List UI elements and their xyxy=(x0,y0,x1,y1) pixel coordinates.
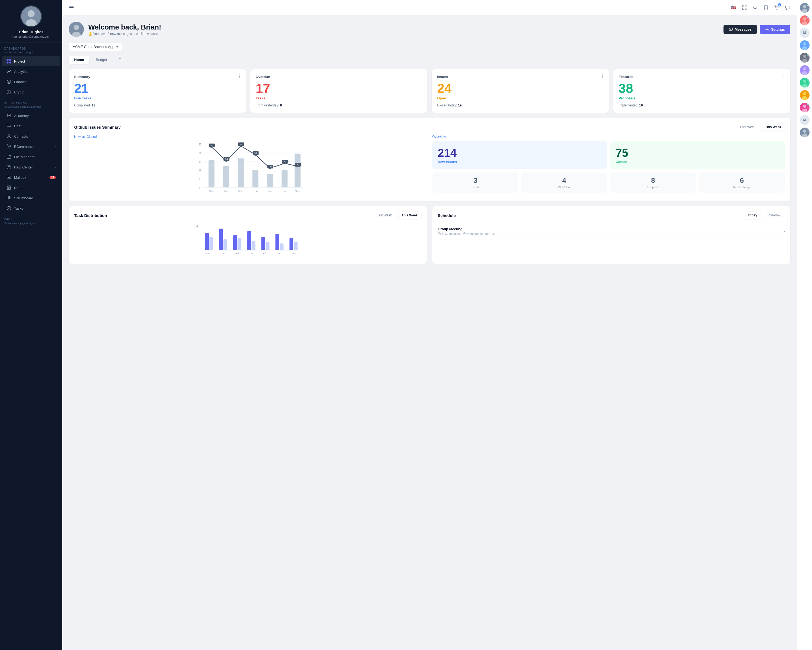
svg-point-121 xyxy=(803,80,806,83)
summary-card-title-1: Overdue xyxy=(256,75,422,79)
mailbox-icon xyxy=(6,175,11,180)
svg-point-104 xyxy=(464,233,465,234)
svg-point-12 xyxy=(8,148,9,148)
svg-rect-95 xyxy=(294,242,298,250)
svg-text:Fri: Fri xyxy=(269,190,272,193)
chat-icon xyxy=(6,124,11,128)
finance-icon xyxy=(6,80,11,84)
svg-text:18: 18 xyxy=(199,169,202,172)
svg-text:36: 36 xyxy=(199,151,202,154)
right-avatar-3[interactable] xyxy=(800,53,810,63)
tab-home[interactable]: Home xyxy=(69,55,89,64)
tab-budget[interactable]: Budget xyxy=(90,55,112,64)
summary-card-menu-3[interactable]: ⋮ xyxy=(782,74,786,79)
svg-point-106 xyxy=(803,5,806,8)
sidebar-item-crypto[interactable]: ₿ Crypto xyxy=(2,87,60,97)
task-dist-last-week-btn[interactable]: Last Week xyxy=(373,212,395,219)
github-triage-number: 6 xyxy=(703,176,781,185)
svg-point-130 xyxy=(803,130,806,133)
sidebar-filemanager-label: File Manager xyxy=(14,155,35,159)
summary-card-menu-1[interactable]: ⋮ xyxy=(419,74,423,79)
task-dist-svg: 40 xyxy=(74,223,421,258)
svg-point-13 xyxy=(10,148,11,148)
summary-card-overdue: Overdue ⋮ 17 Tasks From yesterday: 9 xyxy=(250,69,427,113)
github-overview-section: Overview 214 New Issues 75 Closed xyxy=(432,135,785,196)
summary-label-0: Due Tasks xyxy=(74,96,241,100)
sidebar-item-mailbox[interactable]: Mailbox 27 xyxy=(2,173,60,182)
summary-card-menu-0[interactable]: ⋮ xyxy=(237,74,242,79)
github-last-week-btn[interactable]: Last Week xyxy=(736,124,759,130)
github-fixed-number: 3 xyxy=(436,176,514,185)
svg-rect-86 xyxy=(233,236,237,250)
app-selector[interactable]: ACME Corp. Backend App ▾ xyxy=(69,42,122,51)
svg-point-22 xyxy=(754,6,756,9)
sidebar-item-contacts[interactable]: Contacts xyxy=(2,132,60,141)
svg-text:Thu: Thu xyxy=(253,190,258,193)
github-wontfix-label: Won't Fix xyxy=(525,185,603,189)
summary-card-issues: Issues ⋮ 24 Open Closed today: 19 xyxy=(432,69,609,113)
sidebar-item-notes[interactable]: Notes xyxy=(2,183,60,193)
sidebar-mailbox-label: Mailbox xyxy=(14,176,26,180)
svg-point-66 xyxy=(255,154,256,156)
sidebar-item-academy[interactable]: Academy xyxy=(2,111,60,121)
sidebar-ecommerce-label: ECommerce xyxy=(14,145,34,149)
online-dot-7 xyxy=(807,103,809,106)
search-icon[interactable] xyxy=(751,4,759,11)
github-new-issues-label: New Issues xyxy=(438,160,457,164)
sidebar-item-scrumboard[interactable]: Scrumboard xyxy=(2,193,60,203)
github-closed-label: Closed xyxy=(616,160,627,164)
svg-rect-92 xyxy=(276,234,279,250)
schedule-chevron-icon[interactable]: › xyxy=(784,229,785,234)
topbar-chat-icon[interactable] xyxy=(784,4,791,11)
ecommerce-icon xyxy=(6,144,11,149)
online-dot-3 xyxy=(807,53,809,55)
summary-card-menu-2[interactable]: ⋮ xyxy=(600,74,605,79)
messages-button[interactable]: Messages xyxy=(723,24,757,34)
bookmark-icon[interactable] xyxy=(762,4,770,11)
right-avatar-0[interactable] xyxy=(800,3,810,13)
right-avatar-8[interactable] xyxy=(800,128,810,137)
sidebar-item-project[interactable]: Project xyxy=(2,57,60,66)
schedule-tomorrow-btn[interactable]: Tomorrow xyxy=(763,212,785,219)
right-avatar-5[interactable] xyxy=(800,78,810,87)
pages-section-label: PAGES xyxy=(0,213,62,222)
right-avatar-4[interactable] xyxy=(800,65,810,75)
tab-team[interactable]: Team xyxy=(113,55,133,64)
svg-rect-28 xyxy=(729,28,733,30)
sidebar-scrumboard-label: Scrumboard xyxy=(14,196,33,200)
svg-rect-82 xyxy=(205,232,209,250)
schedule-today-btn[interactable]: Today xyxy=(744,212,761,219)
schedule-info-0: Group Meeting in 32 minutes Conference r… xyxy=(438,227,784,236)
right-avatar-placeholder-M2[interactable]: M xyxy=(800,115,810,125)
sidebar-contacts-label: Contacts xyxy=(14,134,28,138)
svg-rect-83 xyxy=(209,237,213,250)
summary-label-3: Proposals xyxy=(619,96,785,100)
sidebar-item-helpcenter[interactable]: Help Center › xyxy=(2,162,60,172)
sidebar-item-filemanager[interactable]: File Manager xyxy=(2,152,60,162)
svg-point-112 xyxy=(803,42,806,46)
sidebar-item-finance[interactable]: Finance xyxy=(2,77,60,87)
svg-rect-90 xyxy=(261,237,265,250)
right-avatar-7[interactable] xyxy=(800,102,810,112)
sidebar-crypto-label: Crypto xyxy=(14,90,24,94)
flag-icon[interactable]: 🇺🇸 xyxy=(730,4,737,11)
github-this-week-btn[interactable]: This Week xyxy=(762,124,785,130)
right-avatar-1[interactable] xyxy=(800,15,810,25)
sidebar-item-tasks[interactable]: Tasks xyxy=(2,203,60,213)
svg-text:Wed: Wed xyxy=(238,190,243,193)
svg-point-124 xyxy=(803,92,806,95)
welcome-avatar xyxy=(69,22,84,37)
sidebar-item-ecommerce[interactable]: ECommerce › xyxy=(2,142,60,151)
menu-icon[interactable] xyxy=(68,4,75,11)
svg-text:Mon: Mon xyxy=(209,190,214,193)
github-closed-number: 75 xyxy=(616,147,629,159)
right-avatar-2[interactable] xyxy=(800,40,810,50)
task-dist-this-week-btn[interactable]: This Week xyxy=(398,212,421,219)
fullscreen-icon[interactable] xyxy=(740,4,748,11)
sidebar-item-analytics[interactable]: Analytics xyxy=(2,67,60,76)
settings-button[interactable]: Settings xyxy=(760,24,791,34)
right-avatar-placeholder-M1[interactable]: M xyxy=(800,28,810,38)
welcome-heading: Welcome back, Brian! xyxy=(88,23,161,31)
sidebar-item-chat[interactable]: Chat xyxy=(2,121,60,131)
right-avatar-6[interactable] xyxy=(800,90,810,100)
